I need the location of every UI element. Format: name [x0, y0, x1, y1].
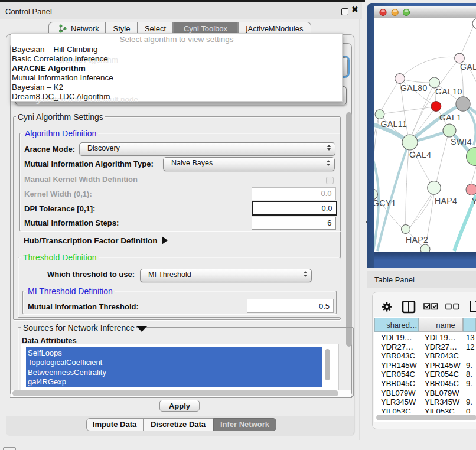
svg-text:GAL4: GAL4: [409, 150, 431, 159]
svg-text:GCY1: GCY1: [374, 198, 396, 208]
svg-text:GAL1: GAL1: [439, 113, 461, 122]
svg-text:GAL10: GAL10: [435, 87, 462, 96]
svg-text:SWI4: SWI4: [451, 137, 472, 146]
svg-text:HAP4: HAP4: [435, 196, 457, 206]
svg-text:GAL7: GAL7: [460, 62, 476, 71]
svg-text:Y: Y: [472, 197, 476, 206]
svg-text:GAL80: GAL80: [400, 83, 428, 93]
svg-text:GAL11: GAL11: [380, 119, 407, 129]
svg-text:HAP2: HAP2: [406, 235, 428, 244]
